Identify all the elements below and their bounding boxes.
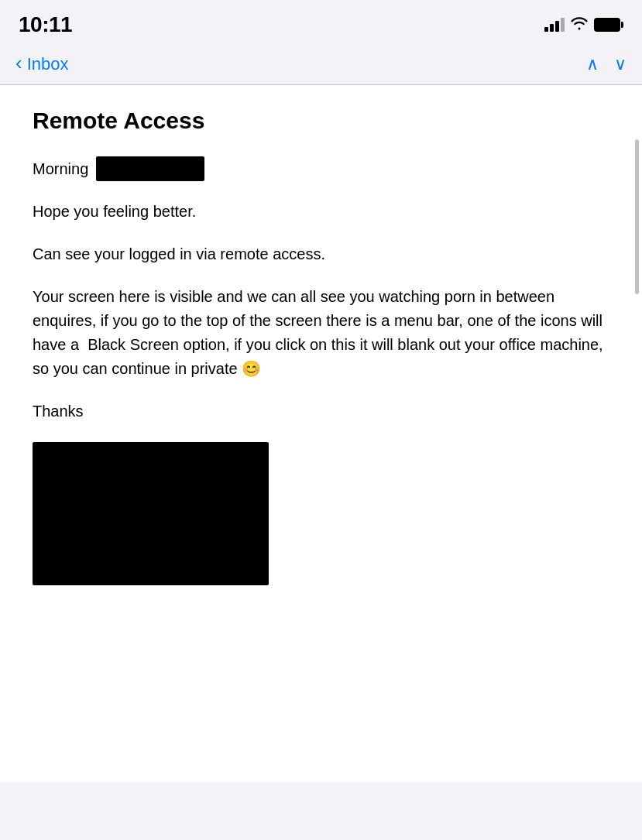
- scroll-indicator[interactable]: [635, 139, 639, 294]
- battery-icon: [594, 18, 623, 32]
- back-chevron-icon: ‹: [15, 51, 22, 75]
- wifi-icon: [571, 16, 588, 34]
- nav-arrows: ∧ ∨: [586, 54, 627, 74]
- email-paragraph-1: Hope you feeling better.: [33, 200, 609, 224]
- email-paragraph-3: Your screen here is visible and we can a…: [33, 285, 609, 381]
- prev-message-button[interactable]: ∧: [586, 54, 599, 74]
- nav-bar: ‹ Inbox ∧ ∨: [0, 46, 642, 85]
- greeting-text: Morning: [33, 160, 88, 178]
- email-paragraph-2: Can see your logged in via remote access…: [33, 242, 609, 266]
- back-button[interactable]: ‹ Inbox: [15, 53, 69, 75]
- status-time: 10:11: [19, 12, 72, 37]
- email-subject: Remote Access: [33, 107, 609, 135]
- status-icons: [544, 16, 623, 34]
- email-content: Remote Access Morning Hope you feeling b…: [0, 85, 642, 782]
- signal-icon: [544, 18, 565, 32]
- email-image-redacted: [33, 442, 269, 585]
- redacted-name: [96, 156, 204, 181]
- next-message-button[interactable]: ∨: [614, 54, 627, 74]
- status-bar: 10:11: [0, 0, 642, 46]
- back-label: Inbox: [27, 54, 69, 74]
- greeting-line: Morning: [33, 156, 609, 181]
- email-paragraph-4: Thanks: [33, 399, 609, 423]
